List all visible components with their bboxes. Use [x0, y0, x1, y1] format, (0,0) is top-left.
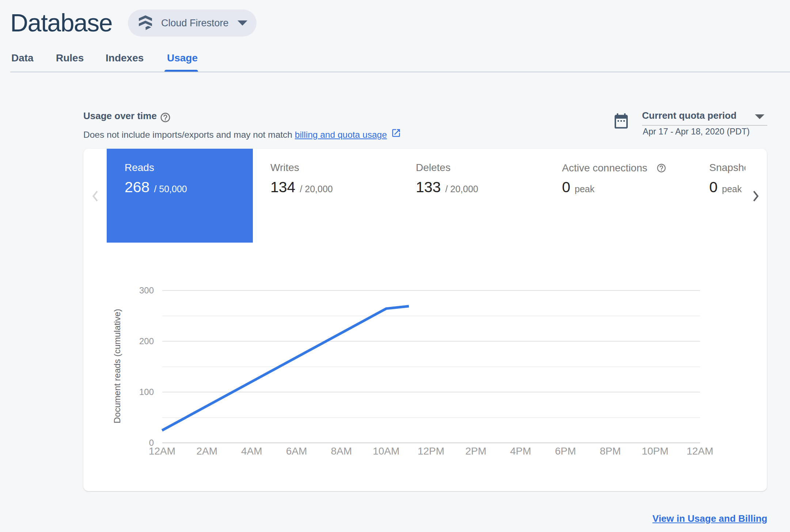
svg-text:12AM: 12AM	[149, 445, 175, 457]
svg-text:12AM: 12AM	[687, 445, 713, 457]
svg-text:Document reads (cumulative): Document reads (cumulative)	[112, 309, 122, 423]
svg-text:8AM: 8AM	[331, 445, 352, 457]
svg-text:2PM: 2PM	[465, 445, 486, 457]
svg-text:10AM: 10AM	[373, 445, 399, 457]
svg-text:4AM: 4AM	[241, 445, 262, 457]
svg-text:12PM: 12PM	[418, 445, 444, 457]
svg-text:10PM: 10PM	[642, 445, 668, 457]
svg-text:100: 100	[139, 387, 154, 397]
svg-text:6AM: 6AM	[286, 445, 307, 457]
svg-text:6PM: 6PM	[555, 445, 576, 457]
svg-text:2AM: 2AM	[196, 445, 217, 457]
svg-text:4PM: 4PM	[510, 445, 531, 457]
svg-text:8PM: 8PM	[600, 445, 621, 457]
svg-text:200: 200	[139, 336, 154, 346]
svg-text:300: 300	[139, 285, 154, 295]
